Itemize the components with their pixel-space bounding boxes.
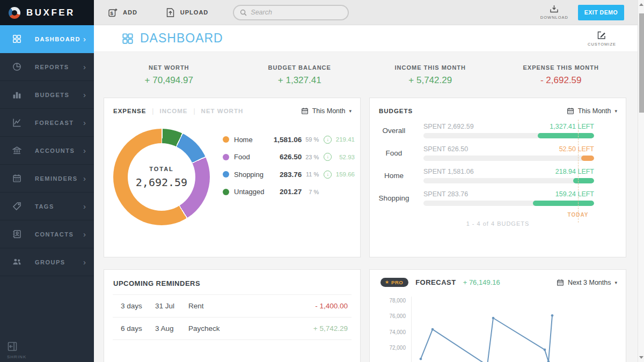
reminder-row-rent[interactable]: 3 days 31 Jul Rent - 1,400.00 xyxy=(113,295,352,317)
budget-rows: Overall SPENT 2,692.59 1,327.41 LEFT Foo… xyxy=(370,123,594,206)
add-transaction-icon: $ xyxy=(108,8,118,18)
expense-donut[interactable] xyxy=(113,129,210,225)
legend-row-shopping[interactable]: Shopping 283.76 11 % ↓ 159.66 xyxy=(223,166,355,183)
bar-chart-icon xyxy=(12,90,21,99)
exit-demo-button[interactable]: EXIT DEMO xyxy=(578,5,624,20)
budget-row-food[interactable]: Food SPENT 626.50 52.50 LEFT xyxy=(370,145,594,161)
spent-amount: SPENT 2,692.59 xyxy=(423,123,474,130)
sidebar-item-groups[interactable]: GROUPS › xyxy=(0,248,94,276)
budget-row-overall[interactable]: Overall SPENT 2,692.59 1,327.41 LEFT xyxy=(370,123,594,138)
pro-badge: ★ PRO xyxy=(380,278,408,287)
budgets-pagination: 1 - 4 of 4 BUDGETS xyxy=(370,220,626,227)
decrease-circle-icon: ↓ xyxy=(324,153,332,161)
y-axis-tick: 78,000 xyxy=(380,298,406,304)
forecast-panel: ★ PRO FORECAST + 76,149.16 Next 3 Months… xyxy=(369,269,626,362)
tab-expense[interactable]: EXPENSE xyxy=(113,108,146,114)
upload-file-icon xyxy=(165,8,175,18)
budget-row-home[interactable]: Home SPENT 1,581.06 218.94 LEFT xyxy=(370,168,594,183)
forecast-end-value: + 76,149.16 xyxy=(463,278,500,286)
budgets-period-dropdown[interactable]: This Month ▾ xyxy=(567,107,617,115)
sidebar-item-reminders[interactable]: REMINDERS › xyxy=(0,165,94,193)
scroll-up-arrow-icon[interactable] xyxy=(639,3,643,6)
forecast-period-dropdown[interactable]: Next 3 Months ▾ xyxy=(557,279,617,286)
summary-row: NET WORTH + 70,494.97 BUDGET BALANCE + 1… xyxy=(104,52,626,98)
upload-button[interactable]: UPLOAD xyxy=(165,8,208,18)
calendar-icon xyxy=(567,107,574,115)
shrink-sidebar-button[interactable]: SHRINK xyxy=(7,341,26,359)
sidebar-item-contacts[interactable]: CONTACTS › xyxy=(0,220,94,248)
decrease-circle-icon: ↓ xyxy=(324,171,332,179)
spent-amount: SPENT 283.76 xyxy=(423,190,468,198)
budget-progress-fill xyxy=(538,133,594,138)
expense-panel: EXPENSE | INCOME | NET WORTH This Month … xyxy=(104,98,361,257)
left-amount: 52.50 LEFT xyxy=(559,145,594,153)
y-axis-tick: 76,000 xyxy=(380,313,406,319)
search-input[interactable] xyxy=(251,9,342,16)
decrease-circle-icon: ↓ xyxy=(324,136,332,144)
expense-legend: Home 1,581.06 59 % ↓ 219.41 Food 626.50 … xyxy=(223,131,355,201)
legend-row-untagged[interactable]: Untagged 201.27 7 % ↓ xyxy=(223,183,355,201)
legend-row-home[interactable]: Home 1,581.06 59 % ↓ 219.41 xyxy=(223,131,355,149)
sidebar-item-budgets[interactable]: BUDGETS › xyxy=(0,81,94,109)
reminders-panel: UPCOMING REMINDERS 3 days 31 Jul Rent - … xyxy=(104,269,361,362)
tab-separator: | xyxy=(152,107,153,115)
budget-progress-bar xyxy=(423,201,594,206)
chevron-right-icon: › xyxy=(83,258,86,266)
expense-panel-header: EXPENSE | INCOME | NET WORTH This Month … xyxy=(104,98,360,115)
food-color-dot xyxy=(223,154,229,160)
scroll-down-arrow-icon[interactable] xyxy=(639,356,643,359)
collapse-panel-icon xyxy=(7,341,18,352)
sidebar-item-tags[interactable]: TAGS › xyxy=(0,193,94,220)
scrollbar-thumb[interactable] xyxy=(639,13,644,113)
brand-logo[interactable]: BUXFER xyxy=(0,0,94,25)
budget-balance-summary: BUDGET BALANCE + 1,327.41 xyxy=(235,52,365,98)
sidebar-item-forecast[interactable]: FORECAST › xyxy=(0,109,94,137)
spent-amount: SPENT 1,581.06 xyxy=(423,168,474,175)
chevron-right-icon: › xyxy=(83,35,86,43)
chevron-right-icon: › xyxy=(83,91,86,99)
download-button[interactable]: DOWNLOAD xyxy=(540,5,568,20)
caret-down-icon: ▾ xyxy=(614,108,617,114)
star-icon: ★ xyxy=(385,280,389,285)
budget-progress-bar xyxy=(423,133,594,138)
expense-tabs: EXPENSE | INCOME | NET WORTH xyxy=(113,107,243,115)
reminders-panel-title: UPCOMING REMINDERS xyxy=(104,270,360,287)
sidebar-item-accounts[interactable]: ACCOUNTS › xyxy=(0,137,94,165)
legend-row-food[interactable]: Food 626.50 23 % ↓ 52.93 xyxy=(223,149,355,166)
spent-amount: SPENT 626.50 xyxy=(423,145,468,153)
reminder-row-paycheck[interactable]: 6 days 3 Aug Paycheck + 5,742.29 xyxy=(113,317,352,340)
reminders-table: 3 days 31 Jul Rent - 1,400.00 6 days 3 A… xyxy=(113,294,352,340)
sidebar-item-dashboard[interactable]: DASHBOARD › xyxy=(0,25,94,53)
shopping-color-dot xyxy=(223,171,229,178)
budget-row-shopping[interactable]: Shopping SPENT 283.76 159.24 LEFT xyxy=(370,190,594,206)
search-icon xyxy=(240,9,247,16)
download-icon xyxy=(549,5,559,13)
budget-progress-bar xyxy=(423,156,594,161)
tab-net-worth[interactable]: NET WORTH xyxy=(201,108,244,114)
topbar: $ ADD UPLOAD DOWNLOAD EXIT DEMO xyxy=(94,0,638,25)
chevron-right-icon: › xyxy=(83,202,86,210)
pie-chart-icon xyxy=(12,62,21,71)
add-button[interactable]: $ ADD xyxy=(108,8,137,18)
bank-icon xyxy=(12,146,21,155)
budgets-panel-header: BUDGETS This Month ▾ xyxy=(370,98,626,115)
chevron-right-icon: › xyxy=(83,230,86,238)
address-book-icon xyxy=(12,230,21,239)
svg-text:$: $ xyxy=(111,10,114,16)
today-label: TODAY xyxy=(562,212,594,218)
sidebar-item-reports[interactable]: REPORTS › xyxy=(0,53,94,81)
tag-icon xyxy=(12,202,21,211)
calendar-icon xyxy=(557,279,564,286)
chevron-right-icon: › xyxy=(83,174,86,182)
people-icon xyxy=(12,257,21,267)
buxfer-app: BUXFER DASHBOARD › REPORTS › BUDGETS › F… xyxy=(0,0,644,362)
line-chart-icon xyxy=(12,118,21,127)
sidebar: BUXFER DASHBOARD › REPORTS › BUDGETS › F… xyxy=(0,0,94,362)
customize-button[interactable]: CUSTOMIZE xyxy=(588,31,616,47)
expense-period-dropdown[interactable]: This Month ▾ xyxy=(301,107,352,115)
chevron-right-icon: › xyxy=(83,146,86,154)
budget-progress-fill xyxy=(581,156,594,161)
edit-pencil-icon xyxy=(597,31,606,40)
vertical-scrollbar[interactable] xyxy=(638,0,644,362)
tab-income[interactable]: INCOME xyxy=(159,108,187,114)
